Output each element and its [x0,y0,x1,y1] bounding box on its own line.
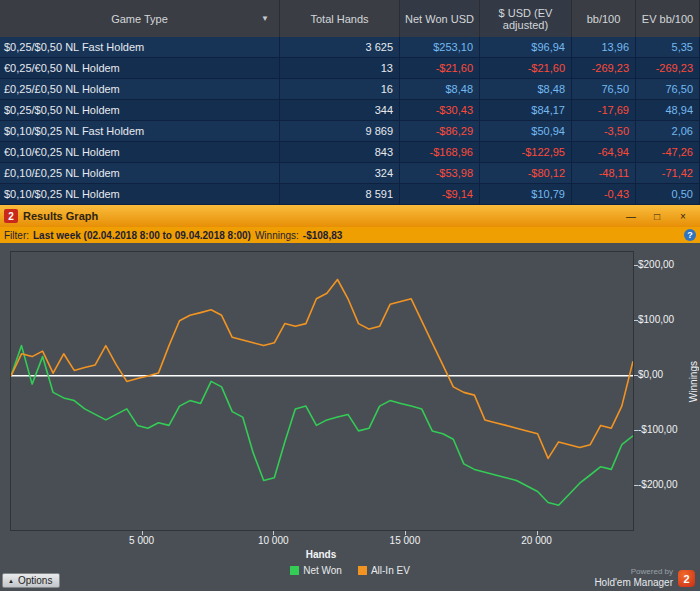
legend-label: All-In EV [371,565,410,576]
cell-value: -0,43 [572,184,636,204]
table-row[interactable]: £0,10/£0,25 NL Holdem324-$53,98-$80,12-4… [0,163,700,184]
table-row[interactable]: £0,25/£0,50 NL Holdem16$8,48$8,4876,5076… [0,79,700,100]
cell-value: 3 625 [280,37,400,57]
cell-value: -$53,98 [400,163,480,183]
cell-value: -64,94 [572,142,636,162]
legend-label: Net Won [303,565,342,576]
filter-range: Last week (02.04.2018 8:00 to 09.04.2018… [33,230,251,241]
chart-area: Winnings Hands Net WonAll-In EV ▲ Option… [0,243,700,591]
cell-value: 13 [280,58,400,78]
game-type-report-table: Game Type ▼ Total Hands Net Won USD $ US… [0,0,700,205]
table-body: $0,25/$0,50 NL Fast Holdem3 625$253,10$9… [0,37,700,205]
table-row[interactable]: $0,10/$0,25 NL Fast Holdem9 869-$86,29$5… [0,121,700,142]
y-tick-label: $200,00 [638,259,674,270]
y-tick-label: $100,00 [638,314,674,325]
cell-value: 843 [280,142,400,162]
cell-game-type: $0,25/$0,50 NL Holdem [0,100,280,120]
x-tick-mark [537,531,538,535]
cell-value: -48,11 [572,163,636,183]
cell-game-type: €0,10/€0,25 NL Holdem [0,142,280,162]
column-header-game-type[interactable]: Game Type ▼ [0,0,280,37]
winnings-value: -$108,83 [303,230,342,241]
table-row[interactable]: €0,10/€0,25 NL Holdem843-$168,96-$122,95… [0,142,700,163]
table-header-row: Game Type ▼ Total Hands Net Won USD $ US… [0,0,700,37]
cell-value: 76,50 [572,79,636,99]
help-icon[interactable]: ? [684,229,696,241]
options-button-label: Options [18,575,52,586]
cell-value: $84,17 [480,100,572,120]
cell-value: -17,69 [572,100,636,120]
column-header-bb100[interactable]: bb/100 [572,0,636,37]
cell-game-type: $0,10/$0,25 NL Holdem [0,184,280,204]
options-expand-icon: ▲ [8,578,14,584]
options-button[interactable]: ▲ Options [2,573,60,588]
results-graph-titlebar[interactable]: 2 Results Graph — □ × [0,205,700,227]
results-plot[interactable] [10,251,634,531]
x-tick-label: 10 000 [245,535,301,546]
cell-value: 16 [280,79,400,99]
x-tick-mark [142,531,143,535]
holdem-manager-logo-icon: 2 [678,570,695,587]
column-header-total-hands[interactable]: Total Hands [280,0,400,37]
powered-by-block: Powered by Hold'em Manager [594,566,673,588]
filter-dropdown-icon[interactable]: ▼ [261,13,269,25]
cell-value: $10,79 [480,184,572,204]
cell-value: 5,35 [636,37,700,57]
series-all-in-ev [11,280,633,459]
cell-value: -$21,60 [480,58,572,78]
holdem-manager-app: Game Type ▼ Total Hands Net Won USD $ US… [0,0,700,591]
table-row[interactable]: $0,25/$0,50 NL Holdem344-$30,43$84,17-17… [0,100,700,121]
legend-swatch-icon [358,566,367,575]
x-tick-mark [405,531,406,535]
x-tick-label: 20 000 [509,535,565,546]
y-tick-label: -$200,00 [638,479,677,490]
cell-value: -$80,12 [480,163,572,183]
y-tick-mark [634,320,638,321]
close-button[interactable]: × [670,208,696,224]
cell-value: -$86,29 [400,121,480,141]
legend-item: All-In EV [358,565,410,576]
table-row[interactable]: $0,10/$0,25 NL Holdem8 591-$9,14$10,79-0… [0,184,700,205]
cell-value: 8 591 [280,184,400,204]
cell-value: 48,94 [636,100,700,120]
cell-value: -$9,14 [400,184,480,204]
y-tick-label: $0,00 [638,369,663,380]
cell-game-type: £0,10/£0,25 NL Holdem [0,163,280,183]
legend-item: Net Won [290,565,342,576]
column-header-ev-bb100[interactable]: EV bb/100 [636,0,700,37]
cell-value: -47,26 [636,142,700,162]
powered-by-text: Powered by [594,566,673,577]
cell-value: -269,23 [636,58,700,78]
minimize-button[interactable]: — [618,208,644,224]
hm2-window-icon: 2 [4,209,18,223]
winnings-label: Winnings: [255,230,299,241]
y-tick-label: -$100,00 [638,424,677,435]
cell-value: -3,50 [572,121,636,141]
cell-value: $96,94 [480,37,572,57]
cell-game-type: £0,25/£0,50 NL Holdem [0,79,280,99]
column-header-net-won[interactable]: Net Won USD [400,0,480,37]
cell-game-type: $0,25/$0,50 NL Fast Holdem [0,37,280,57]
y-tick-mark [634,430,638,431]
cell-value: -269,23 [572,58,636,78]
cell-value: $253,10 [400,37,480,57]
cell-game-type: $0,10/$0,25 NL Fast Holdem [0,121,280,141]
legend-swatch-icon [290,566,299,575]
cell-value: 9 869 [280,121,400,141]
table-row[interactable]: $0,25/$0,50 NL Fast Holdem3 625$253,10$9… [0,37,700,58]
x-tick-mark [273,531,274,535]
cell-game-type: €0,25/€0,50 NL Holdem [0,58,280,78]
cell-value: 0,50 [636,184,700,204]
filter-bar: Filter: Last week (02.04.2018 8:00 to 09… [0,227,700,243]
y-tick-mark [634,375,638,376]
column-header-usd-ev[interactable]: $ USD (EV adjusted) [480,0,572,37]
plot-svg [11,252,633,530]
maximize-button[interactable]: □ [644,208,670,224]
column-header-label: Game Type [111,13,168,25]
filter-label: Filter: [4,230,29,241]
cell-value: -$168,96 [400,142,480,162]
cell-value: -$21,60 [400,58,480,78]
table-row[interactable]: €0,25/€0,50 NL Holdem13-$21,60-$21,60-26… [0,58,700,79]
cell-value: -71,42 [636,163,700,183]
cell-value: 13,96 [572,37,636,57]
